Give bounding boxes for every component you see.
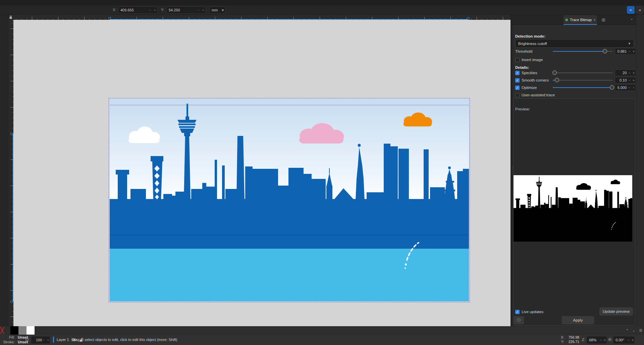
pointer-coordinates: X: 756.98 Y: 226.71 (561, 335, 579, 344)
live-updates-checkbox[interactable]: ✓ (515, 310, 520, 314)
palette-scroll-up[interactable]: ⌃ (624, 326, 631, 335)
selected-image-object[interactable] (110, 99, 469, 301)
x-coord-input[interactable]: 409.655 − + (118, 6, 158, 14)
x-minus-button[interactable]: − (148, 8, 152, 12)
no-color-swatch[interactable] (0, 326, 4, 335)
node-tool-controls-bar: X: 409.655 − + Y: 54.250 − + mm ▾ ⌁ ◂ (0, 5, 644, 15)
smooth-corners-row: ✓ Smooth corners 0.10 −+ (515, 77, 633, 84)
x-coord-label: X: (113, 8, 116, 12)
invert-image-row[interactable]: Invert image (515, 56, 543, 63)
rotation-label: R: (608, 338, 612, 342)
opacity-label: O: (25, 338, 30, 342)
cityscape-artwork (110, 99, 469, 301)
zoom-label: Z: (582, 338, 585, 342)
threshold-row: Threshold 0.881 −+ (515, 48, 633, 55)
close-tab-icon[interactable]: × (593, 18, 595, 22)
threshold-slider[interactable] (553, 48, 612, 55)
white-swatch[interactable] (26, 326, 35, 335)
y-minus-button[interactable]: − (196, 8, 201, 12)
info-button[interactable]: ⓘ (514, 316, 524, 325)
y-coord-input[interactable]: 54.250 − + (166, 6, 206, 14)
opacity-spinbox[interactable]: 100−+ (31, 336, 50, 344)
trace-preview-image (514, 175, 632, 242)
live-updates-row[interactable]: ✓ Live updates (515, 308, 543, 315)
trace-bitmap-panel: ▣ Trace Bitmap × ◎ ⌄ Detection mode: Bri… (513, 14, 636, 326)
detection-mode-label: Detection mode: (515, 33, 545, 40)
speckles-checkbox[interactable]: ✓ (515, 71, 520, 75)
threshold-spinbox[interactable]: 0.881 −+ (615, 48, 636, 55)
sea-water (110, 248, 469, 301)
palette-menu-icon[interactable]: ☰ (637, 326, 644, 335)
stroke-label: Stroke: (1, 340, 15, 344)
trace-bitmap-icon: ▣ (565, 18, 568, 21)
tab-find[interactable]: ◎ (597, 15, 610, 24)
scan-mode-tabs (513, 24, 639, 33)
user-assisted-row[interactable]: User-assisted trace (515, 92, 555, 98)
optimize-spinbox[interactable]: 5.000 −+ (615, 84, 636, 91)
optimize-checkbox[interactable]: ✓ (515, 86, 520, 90)
y-coord-label: Y: (161, 8, 164, 12)
unit-selector[interactable]: mm ▾ (209, 6, 225, 14)
smooth-corners-slider[interactable] (553, 77, 612, 84)
gray-swatch[interactable] (18, 326, 26, 335)
status-bar: Fill: Unset Stroke: Unset 1.00 O: 100−+ … (0, 335, 644, 345)
status-message: Drag to select objects to edit, click to… (71, 338, 177, 342)
user-assisted-checkbox[interactable] (515, 93, 520, 97)
tab-trace-bitmap[interactable]: ▣ Trace Bitmap × (564, 15, 597, 25)
speckles-spinbox[interactable]: 20 −+ (615, 69, 636, 76)
palette-strip (36, 326, 624, 335)
x-plus-button[interactable]: + (153, 8, 157, 12)
preview-label: Preview: (515, 106, 530, 112)
apply-button[interactable]: Apply (561, 316, 594, 325)
color-palette: ⌃ ⌄ ☰ (0, 326, 644, 335)
horizontal-ruler[interactable] (13, 14, 511, 20)
current-layer-name[interactable]: Layer 1 (57, 338, 69, 342)
tool-box (0, 14, 8, 326)
smooth-corners-checkbox[interactable]: ✓ (515, 78, 520, 83)
chevron-down-icon: ▼ (628, 42, 634, 45)
y-plus-button[interactable]: + (201, 8, 206, 12)
zoom-spinbox[interactable]: 68%−+ (586, 336, 607, 344)
black-swatch[interactable] (10, 326, 18, 335)
commands-bar (636, 14, 644, 326)
detection-mode-dropdown[interactable]: Brightness cutoff▼ (515, 39, 634, 48)
optimize-slider[interactable] (553, 84, 612, 91)
update-preview-button[interactable]: Update preview (599, 307, 633, 316)
palette-scroll-down[interactable]: ⌄ (631, 326, 637, 335)
invert-image-checkbox[interactable] (515, 58, 520, 62)
vertical-ruler[interactable] (8, 20, 13, 326)
dialog-tab-bar: ▣ Trace Bitmap × ◎ ⌄ (513, 14, 636, 25)
drawing-canvas[interactable] (13, 20, 511, 326)
layer-color-indicator (53, 337, 54, 343)
optimize-row: ✓ Optimize 5.000 −+ (515, 84, 633, 91)
rotation-spinbox[interactable]: 0.00°−+ (613, 336, 635, 344)
smooth-corners-spinbox[interactable]: 0.10 −+ (615, 77, 636, 84)
speckles-slider[interactable] (553, 69, 612, 76)
speckles-row: ✓ Speckles 20 −+ (515, 69, 633, 76)
collapse-toolbar-button[interactable]: ◂ (636, 6, 643, 14)
guide-lock-toggle[interactable] (8, 14, 13, 20)
dialog-tab-overflow-chevron[interactable]: ⌄ (630, 16, 633, 21)
fill-label: Fill: (1, 335, 15, 340)
snap-toggle-button[interactable]: ⌁ (627, 6, 635, 14)
lock-icon (9, 15, 12, 19)
menu-bar (0, 0, 644, 5)
